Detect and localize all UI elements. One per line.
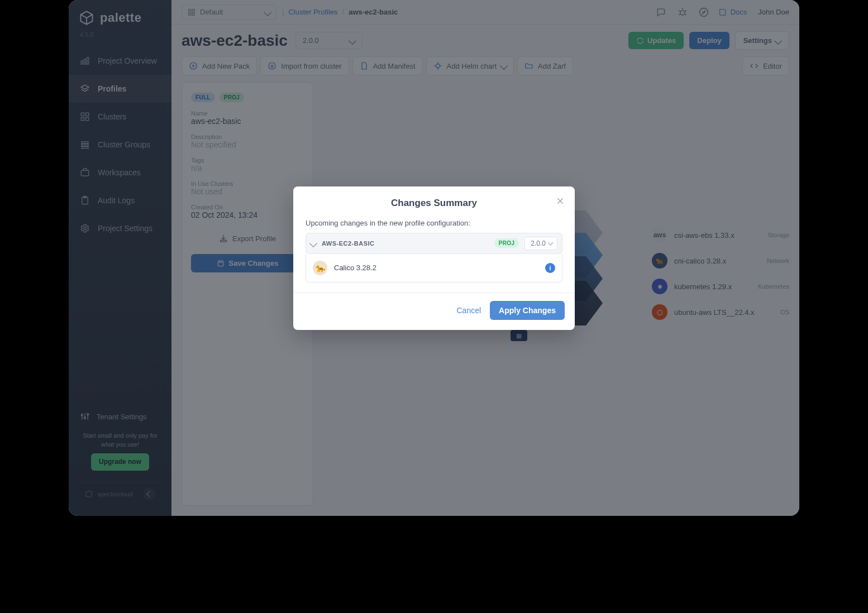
badge-proj: PROJ bbox=[494, 238, 519, 248]
profile-name: AWS-EC2-BASIC bbox=[322, 240, 375, 247]
modal-subtitle: Upcoming changes in the new profile conf… bbox=[306, 219, 562, 227]
calico-icon: 🐆 bbox=[313, 261, 327, 275]
cancel-button[interactable]: Cancel bbox=[457, 306, 481, 315]
changes-summary-modal: Changes Summary Upcoming changes in the … bbox=[293, 186, 575, 330]
info-icon[interactable]: i bbox=[545, 263, 555, 273]
profile-header-row[interactable]: AWS-EC2-BASIC PROJ 2.0.0 bbox=[306, 233, 562, 254]
modal-overlay[interactable]: Changes Summary Upcoming changes in the … bbox=[69, 0, 799, 516]
profile-version-select[interactable]: 2.0.0 bbox=[524, 237, 557, 250]
modal-close-button[interactable] bbox=[554, 194, 567, 208]
change-name: Calico 3.28.2 bbox=[334, 264, 376, 272]
modal-title: Changes Summary bbox=[306, 198, 562, 209]
change-item[interactable]: 🐆 Calico 3.28.2 i bbox=[306, 254, 562, 282]
close-icon bbox=[556, 197, 565, 205]
chevron-down-icon bbox=[311, 238, 316, 248]
app-window: palette 4.5.0 Project Overview Profiles … bbox=[69, 0, 799, 516]
apply-changes-button[interactable]: Apply Changes bbox=[490, 301, 565, 320]
